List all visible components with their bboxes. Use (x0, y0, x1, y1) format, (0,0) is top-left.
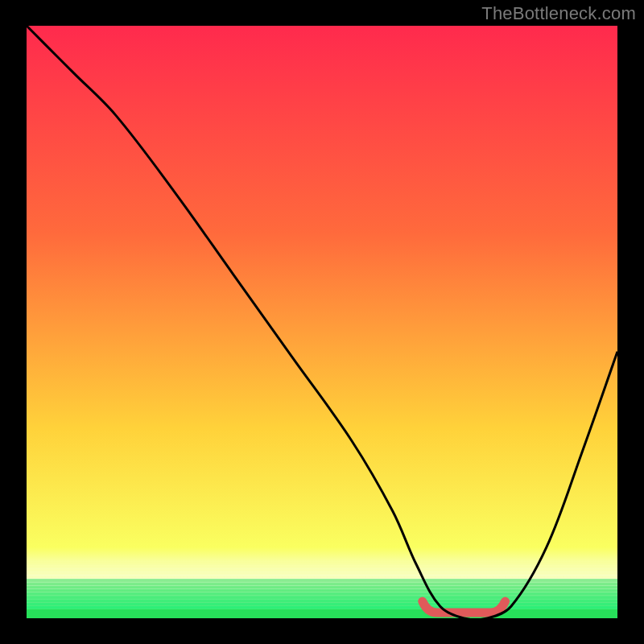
svg-rect-1 (27, 562, 617, 565)
svg-rect-3 (27, 568, 617, 572)
svg-rect-12 (27, 599, 617, 602)
svg-rect-8 (27, 586, 617, 589)
svg-rect-14 (27, 606, 617, 609)
chart-container: TheBottleneck.com (0, 0, 644, 644)
svg-rect-13 (27, 603, 617, 606)
svg-rect-5 (27, 576, 617, 579)
svg-rect-4 (27, 572, 617, 576)
plot-area (27, 26, 617, 620)
svg-rect-9 (27, 589, 617, 592)
bottleneck-chart (0, 0, 644, 644)
svg-rect-10 (27, 592, 617, 596)
watermark-text: TheBottleneck.com (481, 3, 636, 24)
svg-rect-11 (27, 596, 617, 599)
bottom-green-bands (27, 562, 617, 618)
svg-rect-15 (27, 609, 617, 618)
svg-rect-2 (27, 565, 617, 568)
